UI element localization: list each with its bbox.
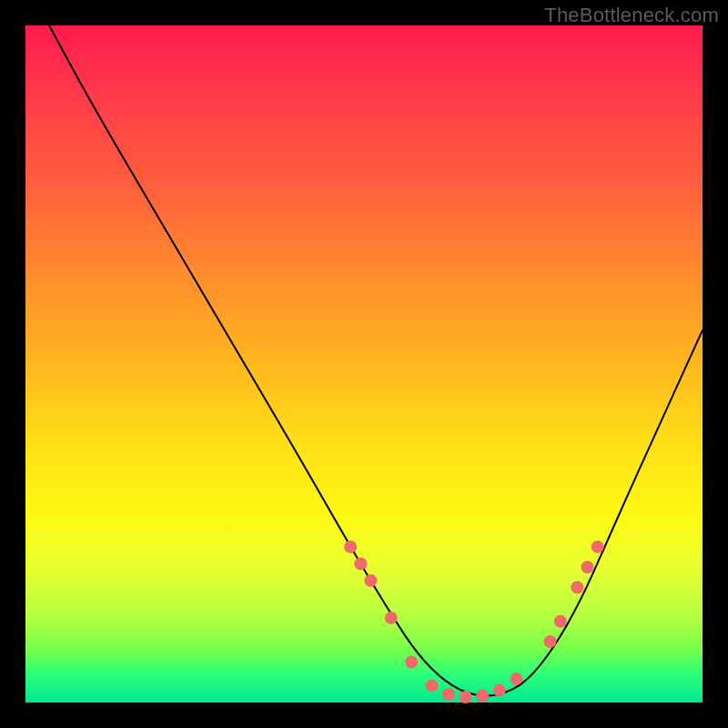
bottleneck-curve (49, 25, 703, 696)
curve-layer (25, 25, 703, 703)
marker-dot (510, 672, 522, 685)
marker-dot (581, 561, 594, 573)
marker-dot (544, 635, 557, 648)
marker-dot (354, 558, 367, 571)
chart-frame: TheBottleneck.com (0, 0, 728, 728)
watermark-text: TheBottleneck.com (544, 4, 719, 27)
marker-dot (460, 691, 472, 703)
marker-dot (493, 684, 506, 697)
marker-dot (571, 581, 583, 594)
marker-dot (592, 541, 604, 553)
marker-dot (385, 612, 398, 624)
curve-markers (344, 541, 604, 703)
marker-dot (476, 690, 489, 703)
marker-dot (442, 688, 455, 701)
marker-dot (364, 574, 377, 587)
marker-dot (554, 615, 567, 628)
marker-dot (425, 679, 438, 692)
marker-dot (405, 655, 418, 668)
marker-dot (344, 541, 357, 553)
